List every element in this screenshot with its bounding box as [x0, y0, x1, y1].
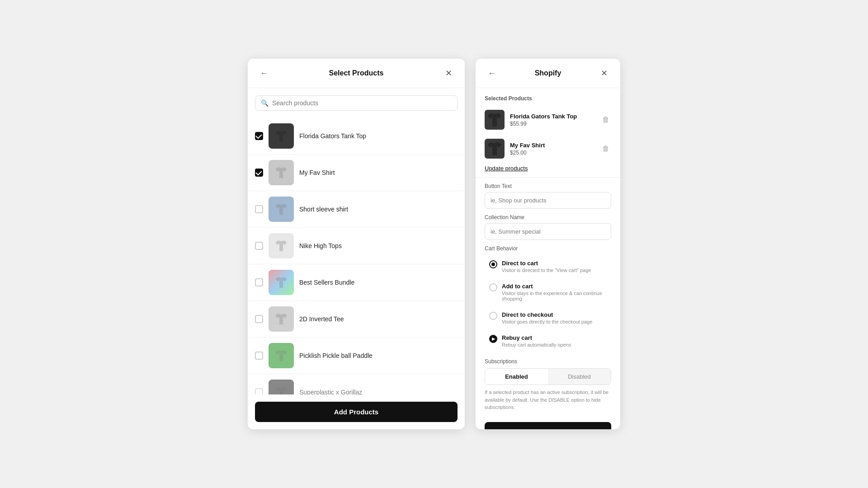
save-button[interactable]: Save — [485, 422, 611, 430]
subscription-note: If a selected product has an active subs… — [485, 389, 611, 411]
cart-option-title: Rebuy cart — [502, 334, 607, 341]
cart-option[interactable]: ▶ Rebuy cart Rebuy cart automatically op… — [485, 330, 611, 352]
selected-product-info: Florida Gators Tank Top $55.99 — [510, 113, 595, 127]
product-name: Picklish Pickle ball Paddle — [299, 352, 373, 359]
product-thumbnail — [269, 380, 294, 394]
product-thumbnail — [269, 160, 294, 185]
product-checkbox[interactable] — [255, 278, 263, 286]
list-item[interactable]: Best Sellers Bundle — [248, 264, 465, 301]
button-text-label: Button Text — [485, 183, 611, 189]
right-panel-header: ← Shopify ✕ — [476, 59, 620, 88]
subscriptions-disabled-btn[interactable]: Disabled — [548, 369, 611, 385]
collection-name-section: Collection Name — [476, 214, 620, 245]
cart-option-title: Direct to checkout — [502, 311, 607, 318]
product-thumbnail — [269, 270, 294, 295]
product-name: 2D Inverted Tee — [299, 315, 344, 323]
cart-option[interactable]: Add to cart Visitor stays in the experie… — [485, 278, 611, 306]
selected-product-name: Florida Gators Tank Top — [510, 113, 595, 120]
list-item[interactable]: Superplastic x Gorillaz — [248, 374, 465, 394]
cart-option[interactable]: Direct to cart Visitor is directed to th… — [485, 255, 611, 277]
left-panel-header: ← Select Products ✕ — [248, 59, 465, 88]
cart-option-text: Direct to checkout Visitor goes directly… — [502, 311, 607, 324]
right-panel-scroll: Selected Products Florida Gators Tank To… — [476, 88, 620, 429]
product-name: Florida Gators Tank Top — [299, 132, 366, 140]
cart-behavior-label: Cart Behavior — [485, 245, 611, 252]
product-checkbox[interactable] — [255, 388, 263, 394]
list-item[interactable]: Nike High Tops — [248, 228, 465, 264]
search-icon: 🔍 — [261, 99, 269, 107]
rebuy-icon: ▶ — [489, 335, 497, 343]
cart-options: Direct to cart Visitor is directed to th… — [485, 255, 611, 352]
button-text-section: Button Text — [476, 183, 620, 214]
cart-option-text: Add to cart Visitor stays in the experie… — [502, 283, 607, 301]
close-button-right[interactable]: ✕ — [597, 66, 611, 80]
selected-product-price: $55.99 — [510, 121, 595, 127]
subscriptions-toggle: Enabled Disabled — [485, 368, 611, 385]
selected-product-item: Florida Gators Tank Top $55.99 🗑 — [476, 105, 620, 134]
cart-option-desc: Visitor stays in the experience & can co… — [502, 291, 607, 301]
product-thumbnail — [269, 197, 294, 222]
cart-option-title: Add to cart — [502, 283, 607, 290]
delete-selected-product-button[interactable]: 🗑 — [600, 114, 611, 126]
radio-button[interactable] — [489, 260, 497, 268]
subscriptions-enabled-btn[interactable]: Enabled — [485, 369, 548, 385]
product-name: Best Sellers Bundle — [299, 279, 354, 286]
left-panel-title: Select Products — [271, 69, 441, 77]
delete-selected-product-button[interactable]: 🗑 — [600, 143, 611, 155]
shopify-panel: ← Shopify ✕ Selected Products Florida Ga… — [476, 59, 620, 429]
add-products-button[interactable]: Add Products — [255, 402, 458, 422]
radio-button[interactable] — [489, 283, 497, 291]
cart-option-desc: Rebuy cart automatically opens — [502, 342, 607, 347]
cart-option-text: Rebuy cart Rebuy cart automatically open… — [502, 334, 607, 347]
subscriptions-label: Subscriptions — [485, 358, 611, 365]
product-thumbnail — [269, 306, 294, 332]
list-item[interactable]: Florida Gators Tank Top — [248, 118, 465, 155]
divider — [476, 177, 620, 178]
radio-button[interactable] — [489, 312, 497, 320]
cart-option-desc: Visitor is directed to the "View cart" p… — [502, 267, 607, 273]
product-thumbnail — [269, 343, 294, 368]
cart-option-desc: Visitor goes directly to the checkout pa… — [502, 319, 607, 324]
cart-option-text: Direct to cart Visitor is directed to th… — [502, 260, 607, 273]
list-item[interactable]: Picklish Pickle ball Paddle — [248, 338, 465, 374]
search-input[interactable] — [272, 99, 452, 107]
back-button-right[interactable]: ← — [485, 66, 499, 80]
list-item[interactable]: Short sleeve shirt — [248, 191, 465, 228]
product-name: My Fav Shirt — [299, 169, 335, 176]
selected-product-thumbnail — [485, 139, 505, 159]
selected-product-price: $25.00 — [510, 150, 595, 156]
right-panel-title: Shopify — [499, 69, 597, 77]
product-thumbnail — [269, 123, 294, 149]
collection-name-label: Collection Name — [485, 214, 611, 221]
product-checkbox[interactable] — [255, 205, 263, 213]
back-button[interactable]: ← — [257, 66, 271, 80]
search-box: 🔍 — [255, 95, 458, 111]
list-item[interactable]: 2D Inverted Tee — [248, 301, 465, 338]
product-checkbox[interactable] — [255, 242, 263, 250]
update-products-link[interactable]: Update products — [485, 165, 528, 172]
product-checkbox[interactable] — [255, 169, 263, 177]
product-checkbox[interactable] — [255, 315, 263, 323]
product-name: Short sleeve shirt — [299, 206, 348, 213]
selected-products-label: Selected Products — [476, 88, 620, 105]
list-item[interactable]: My Fav Shirt — [248, 155, 465, 191]
selected-product-info: My Fav Shirt $25.00 — [510, 142, 595, 156]
button-text-input[interactable] — [485, 192, 611, 209]
cart-behavior-section: Cart Behavior Direct to cart Visitor is … — [476, 245, 620, 358]
selected-product-thumbnail — [485, 110, 505, 130]
product-thumbnail — [269, 233, 294, 258]
close-button-left[interactable]: ✕ — [441, 66, 456, 80]
product-checkbox[interactable] — [255, 352, 263, 360]
collection-name-input[interactable] — [485, 223, 611, 240]
product-checkbox[interactable] — [255, 132, 263, 140]
selected-product-name: My Fav Shirt — [510, 142, 595, 149]
selected-products-list: Florida Gators Tank Top $55.99 🗑 My Fav … — [476, 105, 620, 163]
select-products-panel: ← Select Products ✕ 🔍 Florida Gators Tan… — [248, 59, 465, 429]
product-list: Florida Gators Tank Top My Fav Shirt Sho… — [248, 118, 465, 394]
cart-option[interactable]: Direct to checkout Visitor goes directly… — [485, 307, 611, 329]
selected-product-item: My Fav Shirt $25.00 🗑 — [476, 134, 620, 163]
product-name: Nike High Tops — [299, 242, 342, 249]
product-name: Superplastic x Gorillaz — [299, 389, 362, 394]
cart-option-title: Direct to cart — [502, 260, 607, 267]
subscriptions-section: Subscriptions Enabled Disabled If a sele… — [476, 358, 620, 417]
